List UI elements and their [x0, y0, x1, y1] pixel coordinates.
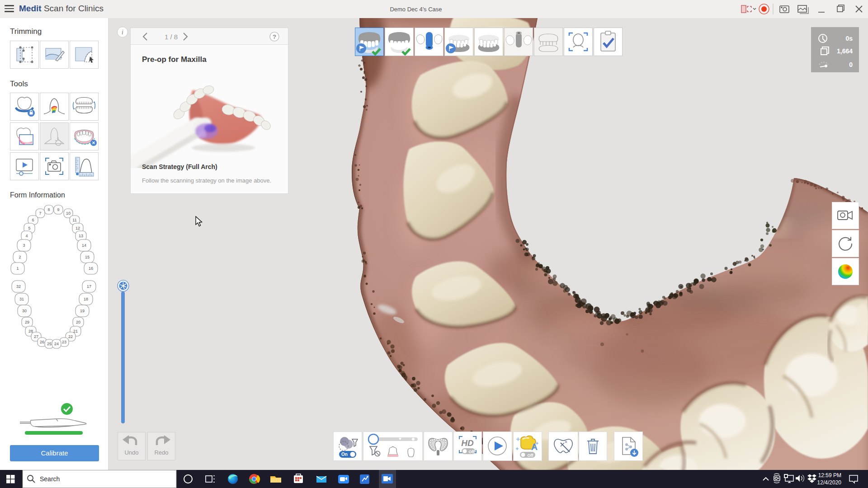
svg-text:On: On — [341, 452, 348, 457]
svg-text:14: 14 — [82, 243, 86, 248]
svg-text:8: 8 — [47, 207, 50, 212]
svg-text:2: 2 — [19, 255, 21, 259]
svg-text:12: 12 — [75, 226, 80, 230]
svg-text:1: 1 — [16, 266, 19, 271]
svg-text:1,664: 1,664 — [837, 47, 853, 55]
svg-text:26: 26 — [40, 340, 44, 344]
svg-text:24: 24 — [54, 342, 59, 346]
svg-text:31: 31 — [19, 297, 24, 301]
svg-text:32: 32 — [16, 284, 21, 289]
svg-text:27: 27 — [34, 334, 38, 339]
svg-text:1 / 8: 1 / 8 — [165, 33, 178, 41]
svg-text:9: 9 — [57, 207, 59, 212]
svg-text:Off: Off — [528, 453, 534, 458]
svg-text:5: 5 — [28, 226, 30, 230]
svg-text:15: 15 — [85, 255, 90, 259]
svg-text:20: 20 — [76, 320, 80, 324]
svg-text:11: 11 — [72, 218, 76, 222]
svg-text:29: 29 — [25, 320, 29, 324]
svg-text:30: 30 — [22, 309, 27, 313]
svg-text:0: 0 — [849, 61, 853, 68]
svg-text:0s: 0s — [845, 35, 853, 42]
svg-text:16: 16 — [89, 266, 93, 271]
svg-text:25: 25 — [47, 342, 52, 346]
svg-text:22: 22 — [68, 334, 73, 339]
svg-text:Search: Search — [40, 475, 60, 483]
svg-text:4: 4 — [25, 234, 28, 238]
svg-text:6: 6 — [32, 218, 34, 222]
svg-text:3: 3 — [23, 243, 25, 248]
svg-text:12:59 PM: 12:59 PM — [818, 472, 841, 479]
svg-text:7: 7 — [39, 211, 41, 216]
svg-text:?: ? — [273, 33, 276, 40]
svg-text:23: 23 — [62, 340, 66, 344]
svg-text:10: 10 — [66, 211, 71, 216]
svg-text:18: 18 — [84, 297, 88, 301]
svg-text:Off: Off — [469, 450, 475, 454]
svg-text:12/4/2020: 12/4/2020 — [817, 479, 842, 486]
svg-text:HD: HD — [461, 438, 474, 448]
svg-text:17: 17 — [87, 284, 91, 289]
svg-text:13: 13 — [79, 234, 83, 238]
svg-text:19: 19 — [80, 309, 85, 313]
